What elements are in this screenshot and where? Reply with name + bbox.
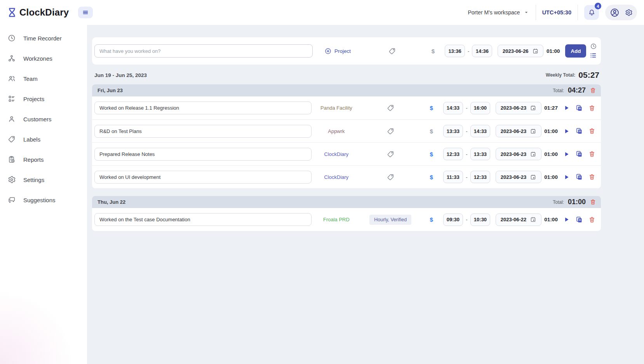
start-timer-button[interactable] bbox=[561, 173, 573, 181]
end-time-input[interactable]: 14:36 bbox=[472, 45, 492, 57]
time-entry-row: Worked on UI development ClockDiary $ 11… bbox=[92, 165, 601, 188]
start-timer-button[interactable] bbox=[561, 128, 573, 135]
sidebar-item-settings[interactable]: Settings bbox=[0, 170, 87, 190]
timezone-label[interactable]: UTC+05:30 bbox=[542, 9, 571, 16]
sidebar-item-label: Reports bbox=[23, 156, 44, 163]
delete-entry-button[interactable] bbox=[586, 150, 598, 158]
clock-icon bbox=[7, 34, 16, 42]
tag-icon-button[interactable] bbox=[386, 127, 395, 135]
calendar-icon bbox=[530, 151, 536, 158]
duplicate-entry-button[interactable] bbox=[572, 150, 586, 158]
time-separator: - bbox=[466, 151, 467, 157]
date-value: 2023-06-26 bbox=[503, 48, 529, 54]
end-time-input[interactable]: 16:00 bbox=[470, 102, 491, 114]
start-time-input[interactable]: 13:36 bbox=[445, 45, 465, 57]
billable-toggle[interactable]: $ bbox=[420, 151, 443, 158]
billable-toggle[interactable]: $ bbox=[420, 216, 443, 223]
sidebar-item-reports[interactable]: Reports bbox=[0, 149, 87, 170]
settings-button[interactable] bbox=[625, 9, 633, 17]
play-icon bbox=[563, 128, 570, 135]
sidebar-item-workzones[interactable]: Workzones bbox=[0, 48, 87, 68]
start-timer-button[interactable] bbox=[561, 104, 573, 112]
account-button[interactable] bbox=[609, 7, 620, 18]
date-value: 2023-06-22 bbox=[501, 217, 527, 222]
start-timer-button[interactable] bbox=[561, 150, 573, 158]
duplicate-entry-button[interactable] bbox=[572, 127, 586, 135]
delete-entry-button[interactable] bbox=[586, 105, 598, 112]
billable-toggle[interactable]: $ bbox=[420, 174, 443, 180]
delete-day-button[interactable] bbox=[590, 199, 596, 205]
duration-value: 01:00 bbox=[541, 217, 561, 222]
menu-toggle-button[interactable] bbox=[78, 7, 93, 18]
entry-description-input[interactable]: Worked on UI development bbox=[94, 171, 312, 184]
sidebar-item-customers[interactable]: Customers bbox=[0, 109, 87, 129]
duplicate-entry-button[interactable] bbox=[572, 104, 586, 112]
entry-labels[interactable]: Hourly, Verified bbox=[369, 215, 411, 225]
date-input[interactable]: 2023-06-26 bbox=[498, 45, 543, 57]
tag-icon-button[interactable] bbox=[388, 47, 396, 55]
entry-project[interactable]: ClockDiary bbox=[312, 174, 361, 180]
sidebar-item-labels[interactable]: Labels bbox=[0, 129, 87, 149]
start-time-input[interactable]: 12:33 bbox=[443, 148, 463, 160]
duplicate-entry-button[interactable] bbox=[572, 173, 586, 181]
sidebar-item-team[interactable]: Team bbox=[0, 68, 87, 89]
sidebar-item-projects[interactable]: Projects bbox=[0, 89, 87, 109]
end-time-input[interactable]: 13:33 bbox=[470, 148, 491, 160]
billable-toggle[interactable]: $ bbox=[421, 48, 445, 54]
day-total-value: 04:27 bbox=[568, 86, 586, 94]
date-input[interactable]: 2023-06-23 bbox=[496, 148, 541, 160]
delete-entry-button[interactable] bbox=[586, 216, 598, 223]
manual-mode-button[interactable] bbox=[590, 52, 597, 59]
notifications-button[interactable]: 4 bbox=[584, 5, 599, 20]
projects-icon bbox=[7, 94, 16, 103]
date-input[interactable]: 2023-06-23 bbox=[496, 171, 541, 183]
delete-entry-button[interactable] bbox=[586, 173, 598, 180]
billable-toggle[interactable]: $ bbox=[420, 105, 443, 111]
start-time-input[interactable]: 14:33 bbox=[443, 102, 463, 114]
trash-icon bbox=[588, 216, 595, 223]
add-button[interactable]: Add bbox=[565, 44, 586, 58]
delete-day-button[interactable] bbox=[590, 87, 596, 94]
notification-badge: 4 bbox=[595, 3, 601, 9]
entry-project[interactable]: ClockDiary bbox=[312, 151, 361, 157]
workspace-selector[interactable]: Porter M's workspace bbox=[468, 9, 529, 16]
end-time-input[interactable]: 12:33 bbox=[470, 171, 491, 183]
app-logo[interactable]: ClockDiary bbox=[6, 7, 69, 18]
start-time-input[interactable]: 09:30 bbox=[443, 214, 463, 226]
entry-description-input[interactable]: Prepared Release Notes bbox=[94, 148, 312, 161]
sidebar-item-suggestions[interactable]: Suggestions bbox=[0, 190, 87, 210]
day-label: Fri, Jun 23 bbox=[97, 88, 123, 93]
time-entry-row: Worked on Release 1.1 Regression Panda F… bbox=[92, 96, 601, 119]
date-input[interactable]: 2023-06-23 bbox=[496, 125, 541, 137]
sidebar-item-time-recorder[interactable]: Time Recorder bbox=[0, 28, 87, 48]
date-input[interactable]: 2023-06-22 bbox=[496, 214, 541, 226]
tag-icon-button[interactable] bbox=[386, 150, 395, 158]
timer-mode-button[interactable] bbox=[590, 43, 597, 50]
work-description-input[interactable] bbox=[94, 44, 313, 58]
day-total-label: Total: bbox=[553, 88, 564, 93]
delete-entry-button[interactable] bbox=[586, 128, 598, 135]
start-time-input[interactable]: 11:33 bbox=[443, 171, 463, 183]
entry-project[interactable]: Froala PRD bbox=[312, 217, 361, 222]
entry-description-input[interactable]: Worked on the Test case Documentation bbox=[94, 213, 312, 226]
end-time-input[interactable]: 14:33 bbox=[470, 125, 491, 137]
entry-description-input[interactable]: R&D on Test Plans bbox=[94, 125, 312, 138]
tag-icon-button[interactable] bbox=[386, 104, 395, 112]
calendar-icon bbox=[530, 128, 536, 135]
reports-icon bbox=[7, 155, 16, 164]
add-project-button[interactable]: Project bbox=[313, 47, 362, 55]
date-input[interactable]: 2023-06-23 bbox=[496, 102, 541, 114]
entry-description-input[interactable]: Worked on Release 1.1 Regression bbox=[94, 102, 312, 114]
calendar-icon bbox=[532, 48, 539, 54]
entry-project[interactable]: Appwrk bbox=[312, 128, 361, 134]
tag-icon bbox=[386, 127, 395, 135]
billable-toggle[interactable]: $ bbox=[420, 128, 443, 135]
day-group: Thu, Jun 22 Total: 01:00 Worked on the T… bbox=[92, 196, 601, 231]
end-time-input[interactable]: 10:30 bbox=[470, 214, 491, 226]
day-total-value: 01:00 bbox=[568, 198, 586, 206]
tag-icon-button[interactable] bbox=[386, 173, 395, 181]
start-timer-button[interactable] bbox=[561, 216, 573, 223]
duplicate-entry-button[interactable] bbox=[572, 216, 586, 224]
entry-project[interactable]: Panda Facility bbox=[312, 105, 361, 111]
start-time-input[interactable]: 13:33 bbox=[443, 125, 463, 137]
